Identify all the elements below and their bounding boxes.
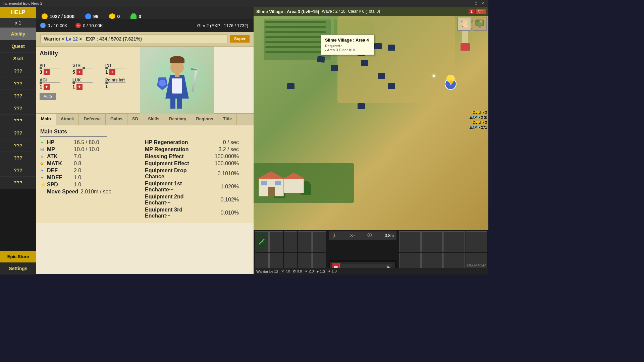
tab-skills[interactable]: Skills [143,114,164,125]
area-name: Slime Village : Area 3 (Lv5~15) [256,9,319,14]
leaf-resource: 0 [125,13,147,19]
epic-store-button[interactable]: Epic Store [0,251,36,262]
tab-bestiary[interactable]: Bestiary [164,114,191,125]
def-label: DEF [47,168,74,174]
tab-defense[interactable]: Defense [79,114,106,125]
matk-stat: ✿ 0.8 [293,269,302,274]
luk-label: LUK [72,78,104,82]
stat-points-left: Points left 1 [105,78,137,90]
item-slot-r4[interactable] [466,231,487,252]
movement-bar: 🏃 >> 0.8m [329,231,396,240]
points-row: 1 [105,84,137,89]
farm-row-7 [265,51,326,53]
matk-label: MATK [47,161,74,167]
multiplier-button[interactable]: x 1 [0,18,36,28]
title-bar: Incremental Epic Hero 2 — □ ✕ [0,0,488,7]
tab-attack[interactable]: Attack [56,114,79,125]
map-overview-button[interactable] [473,17,487,31]
tab-sd[interactable]: SD [127,114,143,125]
item-slot-r1[interactable] [399,231,421,252]
slime-11 [287,83,294,89]
stat-row-drop-chance: Equipment Drop Chance 0.1010% [145,168,250,180]
sidebar-item-skill[interactable]: Skill [0,53,36,65]
spd-label: SPD [47,182,74,188]
str-plus-button[interactable]: + [76,69,83,75]
stat-str: STR 5 + [72,63,104,75]
sidebar-item-6[interactable]: ??? [0,139,36,152]
hex-resource: 0 [104,13,125,19]
sidebar-item-2[interactable]: ??? [0,90,36,102]
slime-4 [374,43,382,49]
sidebar-item-5[interactable]: ??? [0,127,36,139]
sidebar-item-3[interactable]: ??? [0,102,36,115]
enchant1-value: 1.020% [205,184,239,190]
ability-section: Ability VIT 3 + STR 5 [36,47,254,114]
matk-value: 0.8 [74,161,107,167]
warrior-art [147,48,207,112]
stat-row-mp: M MP 10.0 / 10.0 [40,146,145,153]
tab-title[interactable]: Title [218,114,237,125]
int-label: INT [105,63,137,68]
sidebar-item-1[interactable]: ??? [0,77,36,90]
settings-button[interactable]: Settings [0,262,36,275]
agi-label: AGI [40,78,71,82]
item-slot-r2[interactable] [421,231,443,252]
spd-icon: ⚡ [40,182,47,187]
restore-btn[interactable]: □ [474,1,479,6]
floating-gold-1: Gold + 3 [472,110,487,114]
mp-icon: M [40,147,47,152]
luk-plus-button[interactable]: + [76,84,83,90]
tab-gains[interactable]: Gains [106,114,127,125]
agi-plus-button[interactable]: + [44,84,50,90]
vit-plus-button[interactable]: + [44,69,50,75]
agi-slider [40,82,60,83]
enchant2-value: 0.102% [205,197,239,203]
item-slot-2[interactable] [269,231,283,252]
int-plus-button[interactable]: + [109,69,115,75]
tab-main[interactable]: Main [36,114,56,125]
sidebar-item-0[interactable]: ??? [0,65,36,77]
sidebar-item-9[interactable]: ??? [0,177,36,189]
sidebar-item-7[interactable]: ??? [0,152,36,164]
spd-value: 1.0 [74,182,107,188]
def-value: 2.0 [74,168,107,174]
stats-right-col: HP Regeneration 0 / sec MP Regeneration … [145,139,250,220]
map-scroll-button[interactable]: 📜 [457,17,471,31]
item-slot-r3[interactable] [443,231,465,252]
close-btn[interactable]: ✕ [480,1,486,6]
super-button[interactable]: Super [230,35,250,43]
sidebar-item-ability[interactable]: Ability [0,28,36,40]
bottom-stat-bar: Warrior Lv 12 ✕ 7.0 ✿ 0.8 ✦ 2.0 ♥ 1.0 ✦ … [254,268,488,275]
farm-row-3 [265,31,326,33]
auto-section: Auto [40,92,137,100]
points-value: 1 [105,84,108,89]
game-map[interactable]: ✦ ✦ Slime Village : Area 4 Required : - … [254,16,488,230]
equip-effect-label: Equipment Effect [145,161,205,167]
sidebar-item-quest[interactable]: Quest [0,40,36,53]
sandy-area [337,16,455,103]
slime-7 [378,73,385,79]
gold-icon [42,13,48,19]
def-stat: ✦ 2.0 [305,269,314,274]
character-name-end: > [79,36,85,42]
item-slot-sword[interactable] [255,231,269,252]
character-name: Warrior < [44,36,64,42]
item-slot-3[interactable] [284,231,298,252]
tab-regions[interactable]: Regions [191,114,218,125]
hp-icon: ✦ [40,140,47,145]
item-slot-4[interactable] [298,231,312,252]
map-background: ✦ ✦ Slime Village : Area 4 Required : - … [254,16,488,230]
hp-icon-display: 🛡4 [476,9,486,14]
points-left-label: Points left [105,78,137,82]
vit-label: VIT [40,63,71,68]
sidebar-item-8[interactable]: ??? [0,164,36,177]
auto-button[interactable]: Auto [40,93,56,100]
thegamer-watermark: THEGAMER [465,263,486,267]
red-skull-resource: ☠ 0 / 10.00K [71,23,107,28]
sidebar-item-4[interactable]: ??? [0,115,36,127]
item-slot-5[interactable] [312,231,326,252]
sidebar: HELP x 1 Ability Quest Skill ??? ??? ???… [0,7,36,275]
help-button[interactable]: HELP [0,7,36,18]
minimize-btn[interactable]: — [466,1,472,6]
svg-point-3 [478,25,481,28]
